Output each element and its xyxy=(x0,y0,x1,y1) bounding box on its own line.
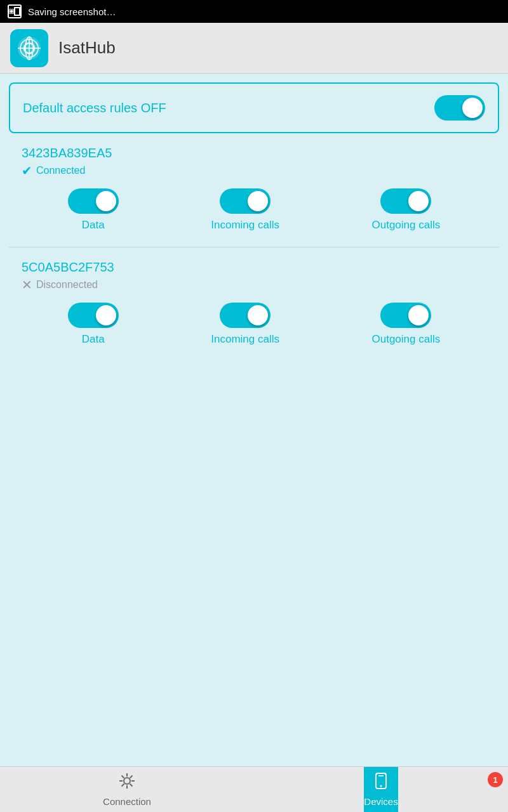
divider-1 xyxy=(9,247,499,247)
connected-check-icon: ✔ xyxy=(22,163,32,178)
device-2-status-text: Disconnected xyxy=(36,279,98,291)
svg-line-15 xyxy=(130,776,132,778)
device-1-incoming-toggle[interactable] xyxy=(220,188,271,214)
nav-devices[interactable]: Devices xyxy=(364,767,398,812)
device-card-1: 3423BA839EA5 ✔ Connected Data xyxy=(9,138,499,242)
bottom-nav: Connection Devices 1 xyxy=(0,766,508,812)
device-2-status: ✕ Disconnected xyxy=(22,277,486,292)
device-2-outgoing-label: Outgoing calls xyxy=(372,333,441,346)
device-1-toggles: Data Incoming calls Outgoing calls xyxy=(9,181,499,242)
device-1-status-text: Connected xyxy=(36,165,85,176)
svg-line-16 xyxy=(121,784,124,787)
app-logo xyxy=(10,29,48,67)
device-1-incoming-label: Incoming calls xyxy=(211,219,279,232)
device-card-2: 5C0A5BC2F753 ✕ Disconnected Data xyxy=(9,252,499,356)
main-content: Default access rules OFF 3423BA839EA5 ✔ … xyxy=(0,74,508,766)
disconnected-x-icon: ✕ xyxy=(22,277,32,292)
status-bar: Saving screenshot… xyxy=(0,0,508,23)
device-2-header: 5C0A5BC2F753 ✕ Disconnected xyxy=(9,252,499,295)
device-2-incoming-toggle[interactable] xyxy=(220,303,271,328)
device-2-data-toggle-item: Data xyxy=(68,303,119,346)
device-2-toggles: Data Incoming calls Outgoing calls xyxy=(9,295,499,356)
connection-icon xyxy=(118,772,136,794)
device-2-data-toggle[interactable] xyxy=(68,303,119,328)
device-1-data-label: Data xyxy=(82,219,105,232)
nav-devices-wrapper: Devices 1 xyxy=(254,767,508,812)
devices-icon xyxy=(372,772,390,794)
toggle-track xyxy=(434,95,485,121)
device-2-outgoing-toggle[interactable] xyxy=(380,303,431,328)
device-1-data-toggle[interactable] xyxy=(68,188,119,214)
access-rules-toggle[interactable] xyxy=(434,95,485,121)
device-2-data-label: Data xyxy=(82,333,105,346)
devices-badge: 1 xyxy=(488,772,503,787)
device-1-id: 3423BA839EA5 xyxy=(22,146,486,160)
svg-point-18 xyxy=(380,785,382,787)
app-header: IsatHub xyxy=(0,23,508,74)
access-rules-bar: Default access rules OFF xyxy=(9,82,499,133)
svg-line-13 xyxy=(121,776,124,778)
screenshot-icon xyxy=(8,4,22,18)
status-bar-text: Saving screenshot… xyxy=(28,6,116,17)
nav-connection-label: Connection xyxy=(103,796,151,807)
nav-connection-wrapper: Connection xyxy=(0,767,254,812)
app-title: IsatHub xyxy=(58,38,116,58)
device-1-header: 3423BA839EA5 ✔ Connected xyxy=(9,138,499,181)
device-2-incoming-toggle-item: Incoming calls xyxy=(211,303,279,346)
toggle-thumb xyxy=(462,98,483,118)
device-1-outgoing-label: Outgoing calls xyxy=(372,219,441,232)
device-2-outgoing-toggle-item: Outgoing calls xyxy=(372,303,441,346)
svg-point-8 xyxy=(124,778,130,784)
nav-devices-label: Devices xyxy=(364,796,398,807)
svg-rect-1 xyxy=(10,10,13,13)
device-1-status: ✔ Connected xyxy=(22,163,486,178)
nav-connection[interactable]: Connection xyxy=(103,767,151,812)
device-1-outgoing-toggle[interactable] xyxy=(380,188,431,214)
access-rules-label: Default access rules OFF xyxy=(23,101,166,115)
device-2-id: 5C0A5BC2F753 xyxy=(22,260,486,275)
device-1-outgoing-toggle-item: Outgoing calls xyxy=(372,188,441,232)
svg-line-14 xyxy=(130,784,132,787)
device-2-incoming-label: Incoming calls xyxy=(211,333,279,346)
device-1-data-toggle-item: Data xyxy=(68,188,119,232)
device-1-incoming-toggle-item: Incoming calls xyxy=(211,188,279,232)
